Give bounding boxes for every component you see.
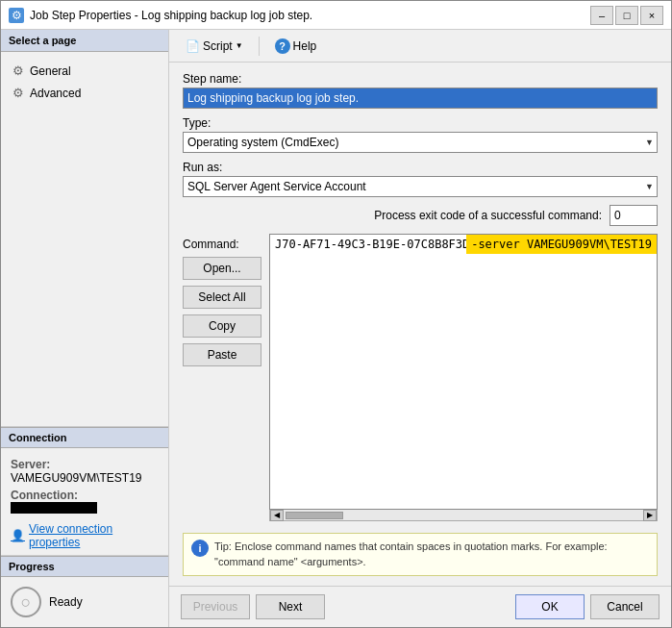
script-dropdown-arrow: ▼ bbox=[236, 41, 243, 50]
type-select[interactable]: Operating system (CmdExec) bbox=[183, 132, 658, 153]
command-right: -server VAMEGU909VM\TEST19 ◀ ▶ bbox=[269, 234, 658, 521]
run-as-label: Run as: bbox=[183, 161, 658, 174]
server-label: Server: bbox=[11, 458, 159, 471]
tip-box: i Tip: Enclose command names that contai… bbox=[183, 533, 658, 576]
exit-code-row: Process exit code of a successful comman… bbox=[183, 205, 658, 226]
cancel-button[interactable]: Cancel bbox=[590, 594, 660, 619]
progress-status: Ready bbox=[49, 595, 83, 609]
sidebar-item-advanced-label: Advanced bbox=[30, 87, 81, 100]
form-area: Step name: Type: Operating system (CmdEx… bbox=[169, 63, 671, 586]
connection-masked-value bbox=[11, 502, 97, 514]
type-select-wrapper: Operating system (CmdExec) bbox=[183, 132, 658, 153]
scroll-right-button[interactable]: ▶ bbox=[643, 510, 657, 521]
help-icon: ? bbox=[275, 38, 290, 54]
server-value: VAMEGU909VM\TEST19 bbox=[11, 471, 159, 485]
progress-row: ○ Ready bbox=[1, 577, 168, 627]
help-button[interactable]: ? Help bbox=[268, 36, 324, 57]
progress-section: Progress ○ Ready bbox=[1, 555, 168, 627]
connection-label: Connection: bbox=[11, 489, 159, 502]
help-label: Help bbox=[293, 39, 317, 53]
step-name-label: Step name: bbox=[183, 72, 658, 86]
progress-header: Progress bbox=[1, 556, 168, 577]
general-icon: ⚙ bbox=[12, 63, 24, 78]
run-as-select-wrapper: SQL Server Agent Service Account bbox=[183, 176, 658, 197]
footer: Previous Next OK Cancel bbox=[169, 586, 671, 627]
title-bar: ⚙ Job Step Properties - Log shipping bac… bbox=[1, 1, 671, 30]
footer-nav: Previous Next bbox=[181, 594, 325, 619]
sidebar-item-general[interactable]: ⚙ General bbox=[1, 60, 168, 82]
run-as-field: Run as: SQL Server Agent Service Account bbox=[183, 161, 658, 197]
advanced-icon: ⚙ bbox=[12, 86, 24, 100]
run-as-select[interactable]: SQL Server Agent Service Account bbox=[183, 176, 658, 197]
sidebar-header: Select a page bbox=[1, 30, 168, 52]
connection-info: Server: VAMEGU909VM\TEST19 Connection: bbox=[1, 448, 168, 520]
footer-actions: OK Cancel bbox=[515, 594, 660, 619]
previous-button[interactable]: Previous bbox=[181, 594, 250, 619]
ok-button[interactable]: OK bbox=[515, 594, 585, 619]
tip-text: Tip: Enclose command names that contain … bbox=[214, 540, 649, 569]
connection-section: Connection Server: VAMEGU909VM\TEST19 Co… bbox=[1, 426, 168, 555]
exit-code-input[interactable] bbox=[610, 205, 658, 226]
command-left: Command: Open... Select All Copy Paste bbox=[183, 234, 261, 521]
step-name-field: Step name: bbox=[183, 72, 658, 109]
view-props-label: View connection properties bbox=[29, 522, 159, 549]
sidebar-item-advanced[interactable]: ⚙ Advanced bbox=[1, 82, 168, 104]
open-button[interactable]: Open... bbox=[183, 257, 261, 280]
connection-header: Connection bbox=[1, 427, 168, 448]
maximize-button[interactable]: □ bbox=[615, 6, 638, 25]
progress-icon: ○ bbox=[11, 587, 41, 617]
horizontal-scrollbar[interactable]: ◀ ▶ bbox=[269, 510, 658, 521]
close-button[interactable]: × bbox=[640, 6, 663, 25]
script-icon: 📄 bbox=[186, 39, 200, 53]
next-button[interactable]: Next bbox=[256, 594, 325, 619]
command-textarea[interactable] bbox=[270, 235, 657, 509]
main-window: ⚙ Job Step Properties - Log shipping bac… bbox=[0, 0, 672, 628]
type-field: Type: Operating system (CmdExec) bbox=[183, 116, 658, 153]
sidebar-nav: ⚙ General ⚙ Advanced bbox=[1, 60, 168, 104]
script-label: Script bbox=[203, 39, 233, 53]
type-label: Type: bbox=[183, 116, 658, 130]
toolbar-separator bbox=[259, 37, 260, 56]
step-name-input[interactable] bbox=[183, 88, 658, 109]
scroll-left-button[interactable]: ◀ bbox=[270, 510, 284, 521]
view-connection-properties-link[interactable]: 👤 View connection properties bbox=[1, 520, 168, 555]
minimize-button[interactable]: – bbox=[590, 6, 613, 25]
select-all-button[interactable]: Select All bbox=[183, 286, 261, 309]
command-section: Command: Open... Select All Copy Paste -… bbox=[183, 234, 658, 521]
toolbar: 📄 Script ▼ ? Help bbox=[169, 30, 671, 63]
content-area: Select a page ⚙ General ⚙ Advanced Conne… bbox=[1, 30, 671, 627]
sidebar-item-general-label: General bbox=[30, 64, 71, 78]
script-button[interactable]: 📄 Script ▼ bbox=[179, 37, 250, 56]
command-label: Command: bbox=[183, 234, 239, 251]
paste-button[interactable]: Paste bbox=[183, 343, 261, 366]
window-title: Job Step Properties - Log shipping backu… bbox=[30, 9, 585, 22]
window-icon: ⚙ bbox=[9, 8, 24, 23]
title-controls: – □ × bbox=[590, 6, 663, 25]
view-props-icon: 👤 bbox=[11, 529, 25, 542]
exit-code-label: Process exit code of a successful comman… bbox=[374, 209, 602, 222]
scroll-thumb[interactable] bbox=[286, 512, 343, 519]
tip-icon: i bbox=[191, 540, 209, 557]
scroll-track[interactable] bbox=[286, 512, 641, 519]
command-textarea-wrapper: -server VAMEGU909VM\TEST19 bbox=[269, 234, 658, 510]
copy-button[interactable]: Copy bbox=[183, 314, 261, 338]
sidebar: Select a page ⚙ General ⚙ Advanced Conne… bbox=[1, 30, 169, 627]
main-panel: 📄 Script ▼ ? Help Step name: bbox=[169, 30, 671, 627]
